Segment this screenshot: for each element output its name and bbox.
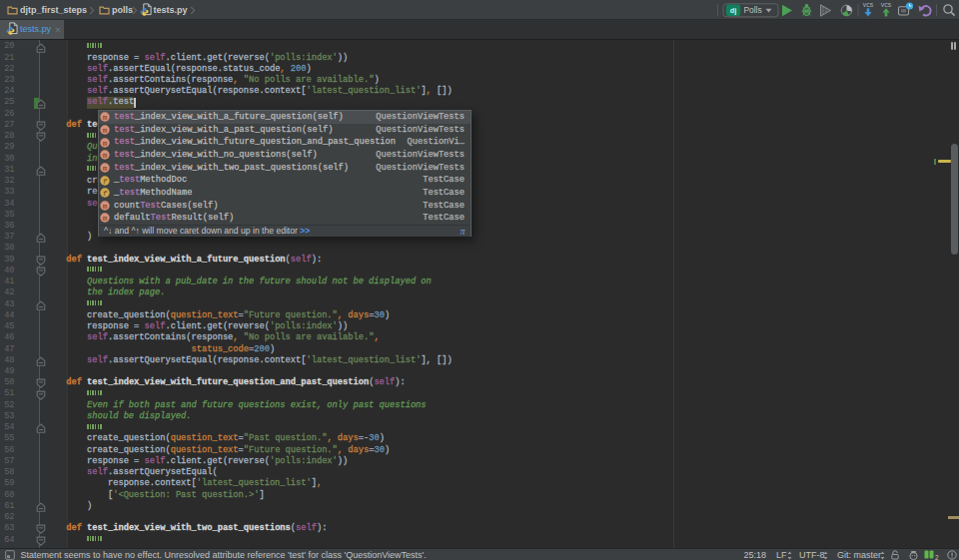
svg-text:dj: dj (730, 6, 737, 15)
svg-text:Polls: Polls (744, 5, 762, 15)
svg-text:VCS: VCS (881, 2, 892, 8)
svg-text:2: 2 (935, 554, 939, 560)
svg-text:m: m (102, 164, 107, 172)
svg-text:m: m (102, 215, 107, 223)
svg-text:VCS: VCS (863, 2, 874, 8)
svg-text:m: m (102, 127, 107, 135)
svg-text:f: f (102, 190, 107, 198)
svg-text:f: f (102, 177, 107, 185)
svg-text:m: m (102, 152, 107, 160)
svg-text:m: m (102, 114, 107, 122)
svg-text:m: m (102, 139, 107, 147)
svg-text:m: m (102, 202, 107, 210)
